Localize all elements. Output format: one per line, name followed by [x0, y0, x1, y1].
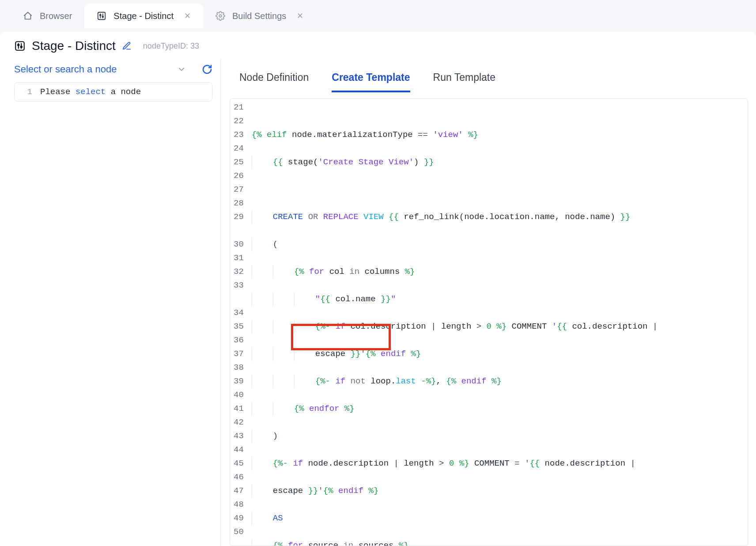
code-line[interactable] — [252, 101, 658, 114]
sliders-icon — [14, 40, 26, 52]
code-line[interactable]: {% for source in sources %} — [252, 539, 658, 546]
svg-point-9 — [18, 44, 19, 46]
tab-browser-label: Browser — [40, 11, 72, 21]
pencil-icon[interactable] — [122, 41, 132, 51]
svg-rect-6 — [15, 42, 24, 50]
node-type-id: nodeTypeID: 33 — [143, 42, 199, 51]
mini-gutter: 1 — [15, 87, 40, 97]
code-line[interactable]: {% endfor %} — [252, 402, 658, 416]
inner-tab-run-template[interactable]: Run Template — [433, 72, 496, 92]
tab-build-settings[interactable]: Build Settings ✕ — [203, 4, 316, 28]
code-line[interactable]: escape }}'{% endif %} — [252, 484, 658, 498]
code-line[interactable]: escape }}'{% endif %} — [252, 347, 658, 361]
header: Stage - Distinct nodeTypeID: 33 — [0, 32, 756, 58]
code-gutter: 2122232425262728293031323334353637383940… — [230, 99, 249, 546]
svg-point-3 — [100, 15, 101, 16]
main-panel: Stage - Distinct nodeTypeID: 33 Select o… — [0, 32, 756, 546]
right-panel: Node Definition Create Template Run Temp… — [221, 58, 756, 546]
mini-code: Please select a node — [40, 87, 141, 97]
page-title: Stage - Distinct — [32, 39, 116, 53]
code-line[interactable]: {%- if col.description | length > 0 %} C… — [252, 320, 658, 334]
tab-browser[interactable]: Browser — [11, 4, 84, 28]
node-search-row: Select or search a node — [14, 58, 212, 82]
code-line[interactable]: AS — [252, 512, 658, 525]
code-editor-wrap: 2122232425262728293031323334353637383940… — [230, 99, 748, 546]
code-line[interactable]: ( — [252, 238, 658, 251]
inner-tabs: Node Definition Create Template Run Temp… — [221, 58, 756, 92]
svg-point-4 — [102, 16, 104, 17]
code-body[interactable]: {% elif node.materializationType == 'vie… — [249, 99, 662, 546]
code-line[interactable]: {{ stage('Create Stage View') }} — [252, 155, 658, 169]
content-split: Select or search a node 1 Please select … — [0, 58, 756, 546]
close-icon[interactable]: ✕ — [184, 11, 191, 21]
inner-tab-create-template[interactable]: Create Template — [332, 72, 410, 92]
code-line[interactable]: {%- if node.description | length > 0 %} … — [252, 457, 658, 470]
inner-tab-node-definition[interactable]: Node Definition — [239, 72, 309, 92]
mini-editor[interactable]: 1 Please select a node — [14, 82, 212, 102]
home-icon — [23, 11, 33, 21]
code-line[interactable]: {% for col in columns %} — [252, 265, 658, 279]
svg-point-5 — [219, 15, 222, 17]
tab-build-settings-label: Build Settings — [232, 11, 286, 21]
tab-stage-label: Stage - Distinct — [113, 11, 174, 21]
refresh-icon[interactable] — [202, 64, 212, 75]
code-line[interactable]: "{{ col.name }}" — [252, 292, 658, 306]
code-line[interactable]: {% elif node.materializationType == 'vie… — [252, 128, 658, 142]
svg-point-10 — [21, 46, 22, 47]
close-icon[interactable]: ✕ — [297, 11, 303, 21]
sliders-icon — [97, 11, 106, 21]
code-line[interactable]: {%- if not loop.last -%}, {% endif %} — [252, 375, 658, 388]
tabs-row: Browser Stage - Distinct ✕ Build Setting… — [0, 0, 756, 32]
code-editor[interactable]: 2122232425262728293031323334353637383940… — [230, 99, 748, 546]
svg-rect-0 — [98, 12, 106, 20]
code-line[interactable]: CREATE OR REPLACE VIEW {{ ref_no_link(no… — [252, 210, 658, 224]
gear-icon — [215, 11, 225, 21]
code-line[interactable]: ) — [252, 429, 658, 443]
chevron-down-icon[interactable] — [177, 65, 186, 74]
left-panel: Select or search a node 1 Please select … — [0, 58, 221, 546]
tab-stage-distinct[interactable]: Stage - Distinct ✕ — [84, 4, 203, 28]
node-search-dropdown[interactable]: Select or search a node — [14, 64, 117, 75]
code-line[interactable] — [252, 183, 658, 197]
